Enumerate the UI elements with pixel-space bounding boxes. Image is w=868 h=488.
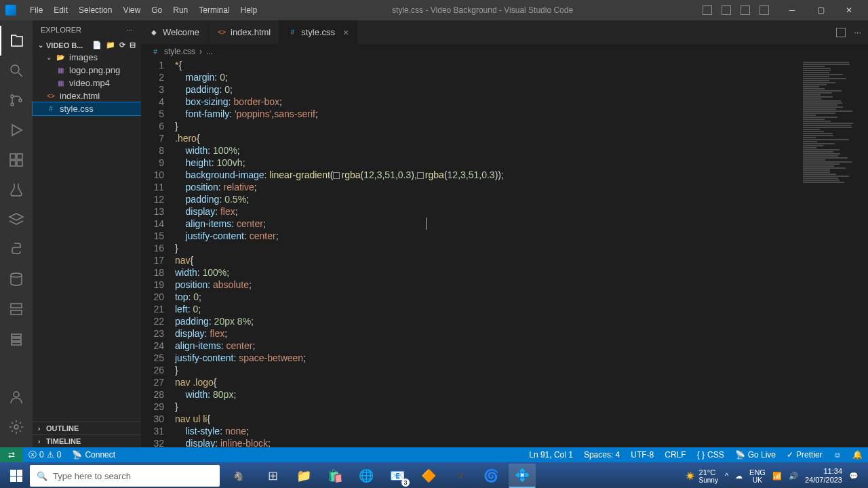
connect-button[interactable]: 📡Connect: [66, 450, 121, 460]
tab-style-css[interactable]: #style.css×: [279, 20, 357, 44]
layout-customize-icon[interactable]: [760, 5, 769, 15]
timeline-section[interactable]: › TIMELINE: [33, 434, 141, 447]
onedrive-icon[interactable]: ☁: [735, 472, 743, 481]
html-icon: <>: [217, 28, 226, 37]
indent-setting[interactable]: Spaces: 4: [578, 450, 625, 460]
minimize-button[interactable]: ─: [778, 1, 806, 20]
notifications-icon[interactable]: 🔔: [847, 450, 868, 460]
menu-go[interactable]: Go: [146, 3, 167, 18]
run-debug-icon[interactable]: [0, 115, 33, 145]
menu-selection[interactable]: Selection: [73, 3, 117, 18]
server-icon[interactable]: [0, 294, 33, 324]
explorer-icon[interactable]: [0, 26, 33, 56]
ms-store-icon[interactable]: 🛍️: [321, 464, 349, 488]
taskbar-search[interactable]: 🔍 Type here to search: [30, 465, 220, 487]
edge-icon[interactable]: 🌀: [477, 464, 505, 488]
layout-panel-left-icon[interactable]: [703, 5, 712, 15]
source-control-icon[interactable]: [0, 85, 33, 115]
search-placeholder: Type here to search: [53, 471, 131, 481]
css-file-icon: #: [151, 47, 160, 56]
encoding-setting[interactable]: UTF-8: [625, 450, 659, 460]
tree-item-style-css[interactable]: #style.css: [33, 102, 141, 115]
tree-item-images[interactable]: ⌄📂images: [33, 51, 141, 64]
menu-view[interactable]: View: [117, 3, 146, 18]
layers-icon[interactable]: [0, 205, 33, 235]
collapse-icon[interactable]: ⊟: [130, 41, 136, 49]
mail-icon[interactable]: 📧3: [384, 464, 411, 488]
tree-item-video-mp4[interactable]: ▦video.mp4: [33, 77, 141, 89]
vscode-icon: ◆: [149, 28, 159, 37]
new-file-icon[interactable]: 📄: [92, 41, 102, 49]
remote-indicator[interactable]: ⇄: [0, 447, 23, 462]
stack-icon[interactable]: [0, 324, 33, 354]
prettier-status[interactable]: ✓ Prettier: [781, 450, 828, 460]
menu-file[interactable]: File: [24, 3, 48, 18]
warning-icon: ⚠: [47, 450, 54, 460]
layout-panel-bottom-icon[interactable]: [722, 5, 731, 15]
svg-point-17: [14, 392, 19, 397]
menu-run[interactable]: Run: [167, 3, 193, 18]
breadcrumb[interactable]: # style.css › ...: [141, 44, 868, 59]
eol-setting[interactable]: CRLF: [659, 450, 691, 460]
account-icon[interactable]: [0, 382, 33, 412]
cortana-animal[interactable]: 🦓: [222, 465, 252, 487]
tab-index-html[interactable]: <>index.html: [209, 20, 279, 44]
color-swatch-icon: [417, 172, 424, 179]
error-icon: ⓧ: [28, 449, 37, 461]
vscode-taskbar-icon[interactable]: 💠: [509, 464, 536, 488]
testing-icon[interactable]: [0, 175, 33, 205]
settings-gear-icon[interactable]: [0, 412, 33, 442]
problems-indicator[interactable]: ⓧ0 ⚠0: [23, 449, 66, 461]
python-icon[interactable]: [0, 235, 33, 264]
refresh-icon[interactable]: ⟳: [119, 41, 125, 49]
tree-item-index-html[interactable]: <>index.html: [33, 89, 141, 102]
new-folder-icon[interactable]: 📁: [106, 41, 115, 49]
html-file-icon: <>: [46, 92, 56, 101]
clock[interactable]: 11:34 24/07/2023: [805, 467, 842, 485]
activity-bar: [0, 20, 33, 447]
database-icon[interactable]: [0, 264, 33, 294]
more-actions-icon[interactable]: ···: [854, 27, 861, 37]
minimap[interactable]: [800, 59, 868, 447]
volume-icon[interactable]: 🔊: [789, 472, 798, 481]
language-indicator[interactable]: ENG UK: [749, 468, 766, 484]
close-button[interactable]: ✕: [835, 1, 863, 20]
menu-terminal[interactable]: Terminal: [193, 3, 235, 18]
feedback-icon[interactable]: ☺: [828, 450, 847, 460]
project-header[interactable]: ⌄ VIDEO B... 📄 📁 ⟳ ⊟: [33, 39, 141, 51]
search-icon[interactable]: [0, 56, 33, 85]
start-button[interactable]: [3, 464, 30, 488]
search-icon: 🔍: [37, 471, 47, 481]
task-view-icon[interactable]: ⊞: [259, 464, 286, 488]
tray-chevron-icon[interactable]: ^: [725, 472, 728, 480]
svg-point-11: [11, 273, 22, 277]
tab-welcome[interactable]: ◆Welcome: [141, 20, 209, 44]
tree-item-logo-png-png[interactable]: ▦logo.png.png: [33, 64, 141, 77]
chrome-icon[interactable]: 🌐: [353, 464, 380, 488]
split-editor-icon[interactable]: [836, 28, 846, 37]
explorer-sidebar: EXPLORER ··· ⌄ VIDEO B... 📄 📁 ⟳ ⊟ ⌄📂imag…: [33, 20, 141, 447]
code-editor[interactable]: 1234567891011121314151617181920212223242…: [141, 59, 868, 447]
chevron-right-icon: ›: [38, 438, 43, 445]
go-live-button[interactable]: 📡 Go Live: [730, 450, 781, 460]
weather-widget[interactable]: ☀️ 21°C Sunny: [686, 468, 718, 484]
outline-section[interactable]: › OUTLINE: [33, 422, 141, 434]
code-content[interactable]: *{ margin: 0; padding: 0; box-sizing: bo…: [175, 59, 868, 447]
svg-rect-14: [12, 334, 21, 337]
cursor-position[interactable]: Ln 91, Col 1: [524, 450, 578, 460]
file-explorer-icon[interactable]: 📁: [290, 464, 317, 488]
wifi-icon[interactable]: 📶: [772, 472, 782, 481]
action-center-icon[interactable]: 💬: [849, 472, 859, 481]
editor-area: ◆Welcome<>index.html#style.css× ··· # st…: [141, 20, 868, 447]
language-mode[interactable]: { } CSS: [692, 450, 730, 460]
terminal-icon[interactable]: ▪️: [446, 464, 473, 488]
extensions-icon[interactable]: [0, 145, 33, 175]
close-tab-icon[interactable]: ×: [343, 27, 349, 38]
svg-rect-8: [10, 161, 16, 166]
explorer-more-icon[interactable]: ···: [127, 26, 133, 34]
layout-panel-right-icon[interactable]: [741, 5, 750, 15]
vlc-icon[interactable]: 🔶: [415, 464, 442, 488]
menu-help[interactable]: Help: [235, 3, 263, 18]
menu-edit[interactable]: Edit: [48, 3, 73, 18]
maximize-button[interactable]: ▢: [807, 1, 834, 20]
